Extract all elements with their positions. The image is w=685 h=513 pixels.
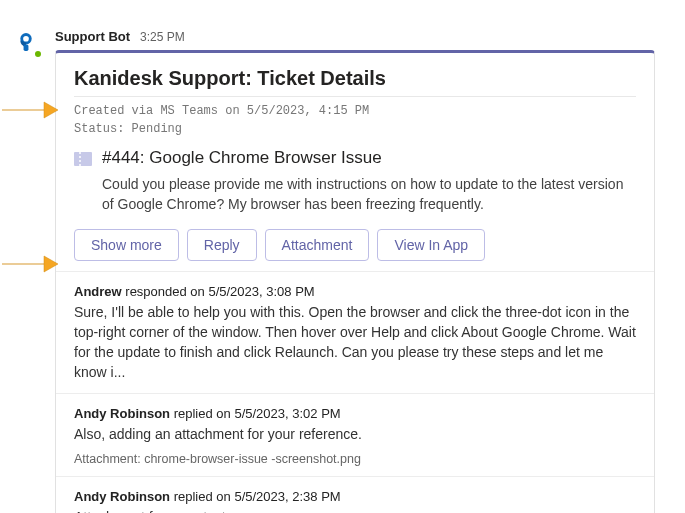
reply-body: Sure, I'll be able to help you with this… (74, 302, 636, 383)
svg-rect-3 (74, 152, 92, 166)
attachment-button[interactable]: Attachment (265, 229, 370, 261)
reply-header: Andrew responded on 5/5/2023, 3:08 PM (74, 284, 636, 299)
reply-item: Andy Robinson replied on 5/5/2023, 3:02 … (56, 393, 654, 476)
adaptive-card: Kanidesk Support: Ticket Details Created… (55, 50, 655, 513)
reply-header: Andy Robinson replied on 5/5/2023, 3:02 … (74, 406, 636, 421)
presence-available-icon (33, 49, 43, 59)
meta-created: Created via MS Teams on 5/5/2023, 4:15 P… (74, 102, 636, 120)
bot-avatar-icon (10, 26, 42, 58)
sender-time: 3:25 PM (140, 30, 185, 44)
ticket-body: Could you please provide me with instruc… (102, 174, 636, 215)
reply-attachment: Attachment: chrome-browser-issue -screen… (74, 452, 636, 466)
show-more-button[interactable]: Show more (74, 229, 179, 261)
message-header: Support Bot 3:25 PM (55, 28, 655, 44)
sender-name: Support Bot (55, 29, 130, 44)
reply-button[interactable]: Reply (187, 229, 257, 261)
annotation-arrow-icon (0, 99, 60, 121)
view-in-app-button[interactable]: View In App (377, 229, 485, 261)
reply-item: Andy Robinson replied on 5/5/2023, 2:38 … (56, 476, 654, 513)
ticket-title: #444: Google Chrome Browser Issue (102, 148, 382, 168)
reply-body: Also, adding an attachment for your refe… (74, 424, 636, 444)
reply-item: Andrew responded on 5/5/2023, 3:08 PM Su… (56, 271, 654, 393)
svg-point-1 (23, 36, 29, 42)
annotation-arrow-icon (0, 253, 60, 275)
meta-status: Status: Pending (74, 120, 636, 138)
svg-rect-2 (24, 44, 29, 51)
card-title: Kanidesk Support: Ticket Details (74, 67, 636, 97)
reply-header: Andy Robinson replied on 5/5/2023, 2:38 … (74, 489, 636, 504)
reply-body: Attachment from contact (74, 507, 636, 513)
avatar (10, 26, 42, 58)
ticket-icon (74, 152, 92, 166)
